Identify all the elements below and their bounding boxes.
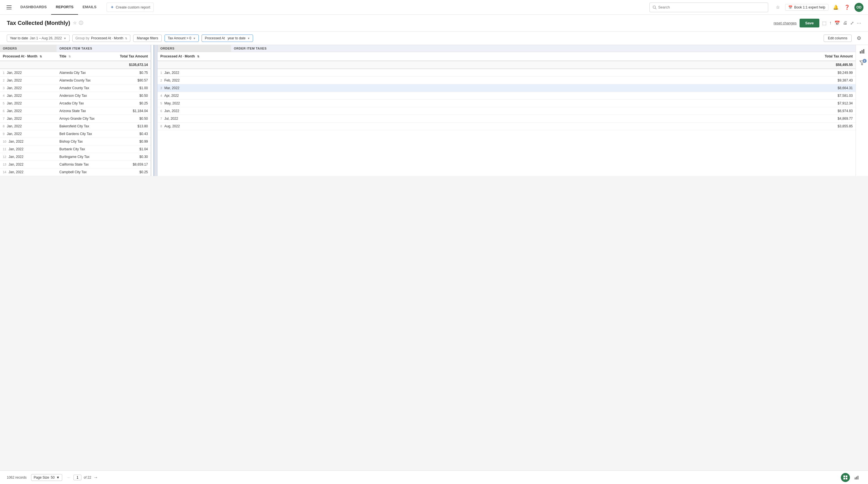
right-table-row[interactable]: 4Apr, 2022 $7,581.03: [157, 92, 856, 99]
nav-tab-dashboards[interactable]: DASHBOARDS: [16, 0, 51, 15]
left-table-row[interactable]: 8Jan, 2022 Bakersfield City Tax $13.80: [0, 122, 151, 130]
book-expert-button[interactable]: 📅 Book 1:1 expert help: [785, 4, 829, 11]
svg-rect-7: [863, 49, 864, 54]
left-table-row[interactable]: 14Jan, 2022 Campbell City Tax $0.25: [0, 168, 151, 176]
date-range-filter[interactable]: Year to date Jan 1 – Aug 26, 2022 ▼: [7, 34, 69, 42]
left-row-amount: $0.50: [112, 92, 151, 99]
left-table-row[interactable]: 6Jan, 2022 Arizona State Tax $1,184.04: [0, 107, 151, 115]
edit-columns-button[interactable]: Edit columns: [824, 34, 851, 42]
left-row-amount: $0.25: [112, 168, 151, 176]
more-options-icon[interactable]: ⋯: [857, 20, 861, 26]
processed-at-filter[interactable]: Processed At year to date ▼: [202, 34, 253, 42]
star-icon[interactable]: ☆: [774, 3, 782, 11]
left-row-amount: $0.43: [112, 130, 151, 138]
calendar-icon: 📅: [788, 5, 793, 9]
search-icon: [653, 5, 656, 9]
chart-bar-icon[interactable]: [859, 49, 865, 55]
left-row-title: Campbell City Tax: [57, 168, 112, 176]
right-row-month: 5May, 2022: [157, 99, 231, 107]
save-button[interactable]: Save: [800, 19, 819, 27]
copy-icon[interactable]: ⬚: [822, 20, 827, 26]
left-table: ORDERS ORDER ITEM TAXES Processed At · M…: [0, 45, 151, 176]
left-table-row[interactable]: 11Jan, 2022 Burbank City Tax $1.04: [0, 145, 151, 153]
date-range-chevron-icon: ▼: [64, 37, 66, 40]
group-by-filter[interactable]: Group by Processed At · Month ⇅: [72, 34, 130, 42]
manage-filters-button[interactable]: Manage filters: [133, 34, 162, 42]
right-row-amount: $7,912.34: [231, 99, 856, 107]
settings-icon[interactable]: ⚙: [857, 35, 861, 41]
right-row-amount: $9,387.43: [231, 77, 856, 84]
left-title-header[interactable]: Title ⇅: [57, 52, 112, 61]
left-table-row[interactable]: 13Jan, 2022 California State Tax $8,659.…: [0, 161, 151, 168]
right-table-row[interactable]: 1Jan, 2022 $9,249.99: [157, 69, 856, 77]
print-icon[interactable]: 🖨: [843, 20, 847, 26]
right-table-row[interactable]: 8Aug, 2022 $3,855.85: [157, 122, 856, 130]
right-orders-header: ORDERS: [157, 45, 231, 52]
right-table-row[interactable]: 2Feb, 2022 $9,387.43: [157, 77, 856, 84]
left-table-row[interactable]: 9Jan, 2022 Bell Gardens City Tax $0.43: [0, 130, 151, 138]
left-table-row[interactable]: 4Jan, 2022 Anderson City Tax $0.50: [0, 92, 151, 99]
right-row-amount: $6,974.83: [231, 107, 856, 115]
left-row-title: Alameda City Tax: [57, 69, 112, 77]
right-total-tax-header[interactable]: Total Tax Amount: [231, 52, 856, 61]
left-table-row[interactable]: 12Jan, 2022 Burlingame City Tax $0.30: [0, 153, 151, 161]
svg-rect-1: [6, 7, 11, 8]
search-input[interactable]: [658, 5, 765, 9]
tax-amount-filter[interactable]: Tax Amount > 0 ▼: [164, 34, 199, 42]
left-row-month: 10Jan, 2022: [0, 138, 57, 145]
right-row-amount: $4,869.77: [231, 115, 856, 122]
info-icon[interactable]: ⓘ: [79, 20, 83, 26]
nav-tab-reports[interactable]: REPORTS: [51, 0, 78, 15]
svg-rect-6: [862, 50, 863, 54]
left-row-amount: $1.04: [112, 145, 151, 153]
left-row-amount: $0.50: [112, 115, 151, 122]
right-sidebar: 2: [856, 45, 868, 176]
search-bar[interactable]: [649, 3, 768, 12]
hamburger-menu[interactable]: [4, 3, 13, 12]
star-title-icon[interactable]: ☆: [73, 20, 76, 26]
left-table-row[interactable]: 10Jan, 2022 Bishop City Tax $0.99: [0, 138, 151, 145]
right-table-row[interactable]: 7Jul, 2022 $4,869.77: [157, 115, 856, 122]
schedule-icon[interactable]: 📅: [834, 20, 840, 26]
help-icon[interactable]: ❓: [843, 3, 851, 11]
page-title-icons: ☆ ⓘ: [73, 20, 83, 26]
left-row-amount: $1,184.04: [112, 107, 151, 115]
left-table-row[interactable]: 3Jan, 2022 Amador County Tax $1.00: [0, 84, 151, 92]
right-table-row[interactable]: 5May, 2022 $7,912.34: [157, 99, 856, 107]
svg-rect-0: [6, 5, 11, 6]
right-table-row[interactable]: 3Mar, 2022 $8,664.31: [157, 84, 856, 92]
processed-at-chevron-icon: ▼: [247, 37, 250, 40]
left-processed-at-header[interactable]: Processed At · Month ⇅: [0, 52, 57, 61]
filter-badge: 2: [863, 59, 867, 63]
left-total-row: $135,672.14: [0, 61, 151, 69]
left-table-row[interactable]: 2Jan, 2022 Alameda County Tax $80.57: [0, 77, 151, 84]
reset-changes-button[interactable]: reset changes: [774, 21, 797, 25]
right-row-amount: $7,581.03: [231, 92, 856, 99]
svg-line-4: [655, 8, 656, 9]
nav-tab-emails[interactable]: EMAILS: [78, 0, 101, 15]
right-row-month: 2Feb, 2022: [157, 77, 231, 84]
external-link-icon[interactable]: ⤢: [850, 20, 854, 26]
right-group-header-row: ORDERS ORDER ITEM TAXES: [157, 45, 856, 52]
left-total-tax-header[interactable]: Total Tax Amount: [112, 52, 151, 61]
left-row-month: 11Jan, 2022: [0, 145, 57, 153]
left-row-title: Arcadia City Tax: [57, 99, 112, 107]
left-row-amount: $0.75: [112, 69, 151, 77]
left-table-row[interactable]: 7Jan, 2022 Arroyo Grande City Tax $0.50: [0, 115, 151, 122]
left-row-amount: $8,659.17: [112, 161, 151, 168]
table-divider: [154, 45, 157, 176]
right-table-row[interactable]: 6Jun, 2022 $6,974.83: [157, 107, 856, 115]
right-column-headers: Processed At · Month ⇅ Total Tax Amount: [157, 52, 856, 61]
right-row-month: 4Apr, 2022: [157, 92, 231, 99]
avatar[interactable]: OD: [855, 3, 864, 12]
filter-icon[interactable]: 2: [859, 60, 865, 67]
left-table-row[interactable]: 1Jan, 2022 Alameda City Tax $0.75: [0, 69, 151, 77]
create-custom-report-button[interactable]: ✦ Create custom report: [106, 3, 154, 12]
left-row-title: California State Tax: [57, 161, 112, 168]
notification-icon[interactable]: 🔔: [832, 3, 840, 11]
left-table-row[interactable]: 5Jan, 2022 Arcadia City Tax $0.25: [0, 99, 151, 107]
right-row-month: 7Jul, 2022: [157, 115, 231, 122]
left-row-title: Bakersfield City Tax: [57, 122, 112, 130]
right-processed-at-header[interactable]: Processed At · Month ⇅: [157, 52, 231, 61]
share-icon[interactable]: ↑: [829, 20, 832, 26]
